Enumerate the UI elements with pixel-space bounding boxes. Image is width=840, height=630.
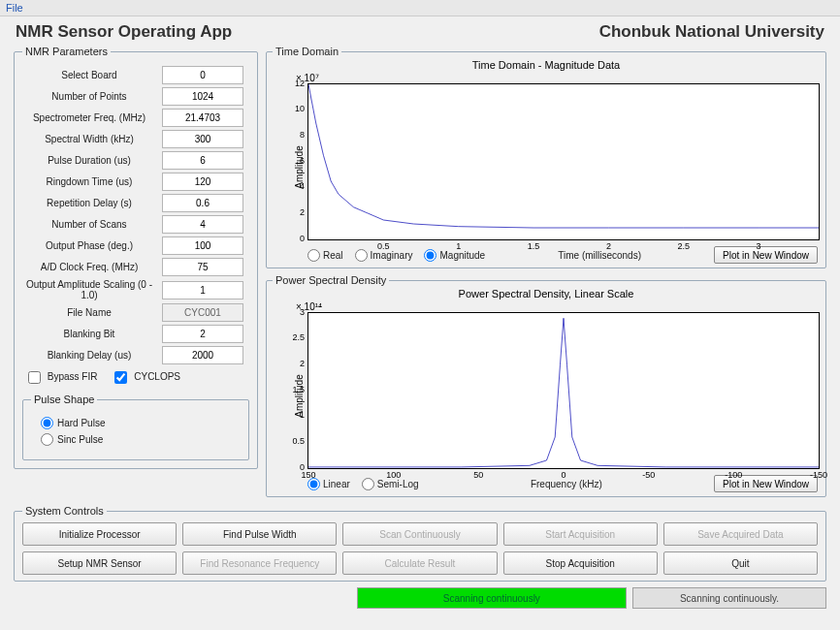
param-row: Blanking Delay (us) xyxy=(22,346,249,364)
stop-acquisition-button[interactable]: Stop Acquisition xyxy=(503,551,658,575)
param-row: Spectral Width (kHz) xyxy=(22,130,249,148)
bypass-fir-checkbox[interactable]: Bypass FIR xyxy=(28,371,97,384)
time-domain-exponent: × 10⁷ xyxy=(296,73,820,83)
param-row: Output Amplitude Scaling (0 - 1.0) xyxy=(22,279,249,300)
nmr-parameters-panel: NMR Parameters Select BoardNumber of Poi… xyxy=(14,46,258,469)
param-input[interactable] xyxy=(162,66,243,84)
app-title: NMR Sensor Operating App xyxy=(16,22,232,42)
psd-title: Power Spectral Density, Linear Scale xyxy=(273,288,820,299)
param-row: Repetition Delay (s) xyxy=(22,194,249,212)
time-domain-panel: Time Domain Time Domain - Magnitude Data… xyxy=(266,46,826,268)
param-label: A/D Clock Freq. (MHz) xyxy=(22,262,156,272)
system-controls-legend: System Controls xyxy=(22,505,107,517)
param-row: Spectrometer Freq. (MHz) xyxy=(22,109,249,127)
scan-continuously-button[interactable]: Scan Continuously xyxy=(342,522,497,546)
param-label: Pulse Duration (us) xyxy=(22,155,156,166)
time-domain-plot: Amplitude 024681012 0.511.522.53 xyxy=(307,83,820,240)
sinc-pulse-radio[interactable]: Sinc Pulse xyxy=(41,431,231,448)
param-input[interactable] xyxy=(162,281,243,299)
title-bar: NMR Sensor Operating App Chonbuk Nationa… xyxy=(0,16,840,46)
param-input[interactable] xyxy=(162,236,243,255)
status-scanning-active: Scanning continuously xyxy=(357,587,627,609)
param-row: File Name xyxy=(22,303,249,322)
pulse-shape-legend: Pulse Shape xyxy=(31,394,97,405)
initialize-processor-button[interactable]: Initialize Processor xyxy=(22,522,177,546)
param-row: Output Phase (deg.) xyxy=(22,236,249,255)
time-domain-legend: Time Domain xyxy=(273,46,341,57)
find-resonance-frequency-button[interactable]: Find Resonance Frequency xyxy=(182,551,337,575)
nmr-parameters-legend: NMR Parameters xyxy=(22,46,111,57)
find-pulse-width-button[interactable]: Find Pulse Width xyxy=(182,522,337,546)
param-input[interactable] xyxy=(162,325,243,343)
quit-button[interactable]: Quit xyxy=(663,551,818,575)
menu-file[interactable]: File xyxy=(6,2,23,14)
param-label: Spectral Width (kHz) xyxy=(22,134,156,144)
system-controls-panel: System Controls Initialize Processor Fin… xyxy=(14,505,826,582)
param-label: Spectrometer Freq. (MHz) xyxy=(22,112,156,123)
param-input[interactable] xyxy=(162,194,243,212)
param-input[interactable] xyxy=(162,346,243,364)
param-label: File Name xyxy=(22,307,156,318)
param-row: Pulse Duration (us) xyxy=(22,151,249,170)
param-label: Blanking Delay (us) xyxy=(22,350,156,361)
param-label: Output Amplitude Scaling (0 - 1.0) xyxy=(22,279,156,300)
param-input[interactable] xyxy=(162,151,243,170)
param-input[interactable] xyxy=(162,130,243,148)
status-bar: Scanning continuously Scanning continuou… xyxy=(14,587,826,609)
hard-pulse-radio[interactable]: Hard Pulse xyxy=(41,415,231,431)
save-acquired-data-button[interactable]: Save Acquired Data xyxy=(663,522,818,546)
psd-exponent: × 10¹⁴ xyxy=(296,301,820,312)
param-row: Ringdown Time (us) xyxy=(22,173,249,191)
param-input[interactable] xyxy=(162,215,243,234)
param-row: Number of Scans xyxy=(22,215,249,234)
time-domain-title: Time Domain - Magnitude Data xyxy=(273,59,820,71)
param-label: Number of Scans xyxy=(22,219,156,230)
menubar: File xyxy=(0,0,840,16)
param-label: Blanking Bit xyxy=(22,329,156,339)
main-window: File NMR Sensor Operating App Chonbuk Na… xyxy=(0,0,840,630)
param-input[interactable] xyxy=(162,258,243,276)
param-label: Select Board xyxy=(22,70,156,80)
param-label: Output Phase (deg.) xyxy=(22,240,156,251)
calculate-result-button[interactable]: Calculate Result xyxy=(342,551,497,575)
param-input[interactable] xyxy=(162,173,243,191)
param-input xyxy=(162,303,243,322)
param-label: Ringdown Time (us) xyxy=(22,176,156,187)
param-row: A/D Clock Freq. (MHz) xyxy=(22,258,249,276)
param-label: Number of Points xyxy=(22,91,156,102)
param-row: Select Board xyxy=(22,66,249,84)
param-input[interactable] xyxy=(162,109,243,127)
param-input[interactable] xyxy=(162,87,243,106)
setup-nmr-sensor-button[interactable]: Setup NMR Sensor xyxy=(22,551,177,575)
cyclops-checkbox[interactable]: CYCLOPS xyxy=(114,371,180,384)
psd-panel: Power Spectral Density Power Spectral De… xyxy=(266,274,826,497)
param-row: Blanking Bit xyxy=(22,325,249,343)
status-scanning-secondary: Scanning continuously. xyxy=(632,587,826,609)
start-acquisition-button[interactable]: Start Acquisition xyxy=(503,522,658,546)
psd-plot: Amplitude 00.511.522.53 150100500-50-100… xyxy=(307,312,820,469)
param-row: Number of Points xyxy=(22,87,249,106)
pulse-shape-panel: Pulse Shape Hard Pulse Sinc Pulse xyxy=(22,394,249,460)
psd-legend: Power Spectral Density xyxy=(273,274,389,286)
param-label: Repetition Delay (s) xyxy=(22,198,156,208)
org-name: Chonbuk National University xyxy=(599,22,824,42)
